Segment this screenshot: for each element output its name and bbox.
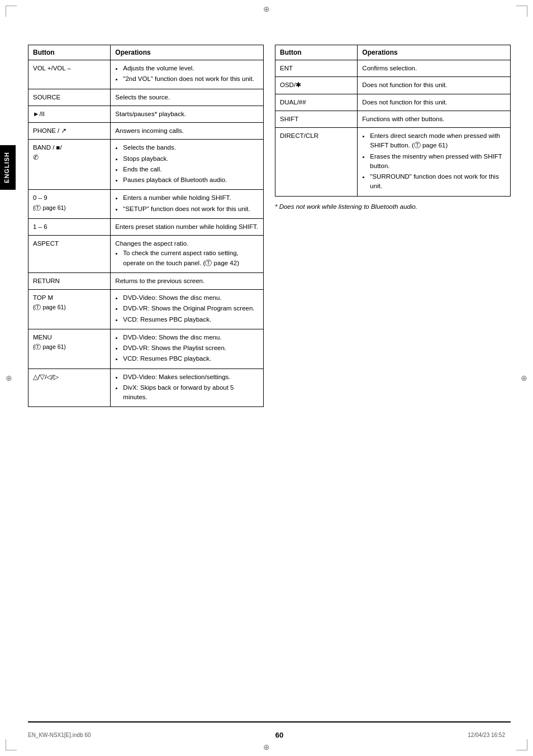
right-header-operations: Operations (358, 45, 511, 60)
ops-cell: Enters preset station number while holdi… (111, 218, 264, 235)
list-item: VCD: Resumes PBC playback. (123, 315, 259, 324)
reg-mark-left: ⊕ (4, 374, 13, 382)
list-item: DVD-Video: Makes selection/settings. (123, 372, 259, 382)
list-item: Adjusts the volume level. (123, 64, 259, 73)
ops-list: Enters direct search mode when pressed w… (362, 131, 506, 192)
button-cell: MENU(Ⓣ page 61) (28, 329, 111, 369)
ops-cell: Adjusts the volume level. "2nd VOL" func… (111, 60, 264, 89)
list-item: Selects the bands. (123, 143, 259, 152)
ops-list: DVD-Video: Makes selection/settings. Div… (115, 372, 259, 403)
ops-cell: Does not function for this unit. (358, 77, 511, 94)
right-table: Button Operations ENT Confirms selection… (275, 45, 511, 197)
list-item: Enters a number while holding SHIFT. (123, 193, 259, 203)
footer-file-info: EN_KW-NSX1[E].indb 60 (28, 732, 91, 738)
button-cell: 0 – 9(Ⓣ page 61) (28, 190, 111, 219)
button-cell: DUAL/## (275, 94, 358, 111)
table-row: MENU(Ⓣ page 61) DVD-Video: Shows the dis… (28, 329, 264, 369)
button-cell: SHIFT (275, 111, 358, 127)
page-ref: (Ⓣ page 61) (33, 304, 66, 310)
ops-cell: DVD-Video: Makes selection/settings. Div… (111, 369, 264, 407)
list-item: DivX: Skips back or forward by about 5 m… (123, 383, 259, 403)
main-content: Button Operations VOL +/VOL – Adjusts th… (28, 45, 511, 711)
table-row: SHIFT Functions with other buttons. (275, 111, 511, 127)
button-cell: ►/II (28, 106, 111, 122)
reg-mark-top: ⊕ (262, 4, 271, 13)
table-row: DUAL/## Does not function for this unit. (275, 94, 511, 111)
table-row: TOP M(Ⓣ page 61) DVD-Video: Shows the di… (28, 290, 264, 329)
table-row: △/▽/◁/▷ DVD-Video: Makes selection/setti… (28, 369, 264, 407)
page-footer: EN_KW-NSX1[E].indb 60 60 12/04/23 16:52 (0, 731, 533, 739)
ops-cell: Does not function for this unit. (358, 94, 511, 111)
button-cell: TOP M(Ⓣ page 61) (28, 290, 111, 329)
button-cell: VOL +/VOL – (28, 60, 111, 89)
list-item: DVD-Video: Shows the disc menu. (123, 333, 259, 342)
left-column: Button Operations VOL +/VOL – Adjusts th… (28, 45, 264, 407)
list-item: DVD-Video: Shows the disc menu. (123, 293, 259, 303)
list-item: Enters direct search mode when pressed w… (370, 131, 506, 151)
corner-mark-br (516, 739, 527, 750)
table-row: VOL +/VOL – Adjusts the volume level. "2… (28, 60, 264, 89)
button-cell: SOURCE (28, 89, 111, 106)
button-cell: ASPECT (28, 236, 111, 273)
table-row: ENT Confirms selection. (275, 60, 511, 77)
table-row: RETURN Returns to the previous screen. (28, 272, 264, 289)
table-row: ASPECT Changes the aspect ratio. To chec… (28, 236, 264, 273)
ops-list: DVD-Video: Shows the disc menu. DVD-VR: … (115, 333, 259, 364)
ops-list: Selects the bands. Stops playback. Ends … (115, 143, 259, 185)
corner-mark-tr (516, 6, 527, 17)
language-tab: ENGLISH (0, 145, 16, 190)
table-row: 0 – 9(Ⓣ page 61) Enters a number while h… (28, 190, 264, 219)
table-row: OSD/✱ Does not function for this unit. (275, 77, 511, 94)
button-cell: ENT (275, 60, 358, 77)
button-cell: △/▽/◁/▷ (28, 369, 111, 407)
ops-list: DVD-Video: Shows the disc menu. DVD-VR: … (115, 293, 259, 324)
corner-mark-bl (6, 739, 17, 750)
button-cell: DIRECT/CLR (275, 128, 358, 197)
table-row: SOURCE Selects the source. (28, 89, 264, 106)
reg-mark-right: ⊕ (520, 374, 529, 382)
list-item: To check the current aspect ratio settin… (123, 248, 259, 268)
button-cell: PHONE / ↗ (28, 123, 111, 140)
ops-cell: Enters direct search mode when pressed w… (358, 128, 511, 197)
left-header-button: Button (28, 45, 111, 60)
table-row: PHONE / ↗ Answers incoming calls. (28, 123, 264, 140)
footer-date-time: 12/04/23 16:52 (468, 732, 505, 738)
table-row: BAND / ■/✆ Selects the bands. Stops play… (28, 140, 264, 190)
table-row: DIRECT/CLR Enters direct search mode whe… (275, 128, 511, 197)
left-header-operations: Operations (111, 45, 264, 60)
right-header-button: Button (275, 45, 358, 60)
list-item: Erases the misentry when pressed with SH… (370, 152, 506, 171)
right-column: Button Operations ENT Confirms selection… (275, 45, 511, 407)
footnote: * Does not work while listening to Bluet… (275, 203, 511, 210)
ops-cell: Selects the source. (111, 89, 264, 106)
button-cell: OSD/✱ (275, 77, 358, 94)
page-number: 60 (91, 731, 468, 739)
ops-cell: Starts/pauses* playback. (111, 106, 264, 122)
list-item: Stops playback. (123, 154, 259, 164)
button-cell: RETURN (28, 272, 111, 289)
list-item: VCD: Resumes PBC playback. (123, 354, 259, 363)
list-item: "2nd VOL" function does not work for thi… (123, 74, 259, 84)
list-item: DVD-VR: Shows the Original Program scree… (123, 304, 259, 313)
ops-cell: Selects the bands. Stops playback. Ends … (111, 140, 264, 190)
table-row: ►/II Starts/pauses* playback. (28, 106, 264, 122)
footer-line (28, 721, 511, 722)
page-ref: (Ⓣ page 61) (33, 204, 66, 211)
ops-cell: Enters a number while holding SHIFT. "SE… (111, 190, 264, 219)
ops-text: Changes the aspect ratio. (115, 240, 188, 247)
left-table: Button Operations VOL +/VOL – Adjusts th… (28, 45, 264, 407)
list-item: Pauses playback of Bluetooth audio. (123, 175, 259, 185)
ops-cell: Confirms selection. (358, 60, 511, 77)
list-item: "SURROUND" function does not work for th… (370, 172, 506, 192)
ops-cell: Changes the aspect ratio. To check the c… (111, 236, 264, 273)
ops-cell: DVD-Video: Shows the disc menu. DVD-VR: … (111, 329, 264, 369)
ops-cell: Functions with other buttons. (358, 111, 511, 127)
ops-list: To check the current aspect ratio settin… (115, 248, 259, 268)
ops-cell: DVD-Video: Shows the disc menu. DVD-VR: … (111, 290, 264, 329)
ops-cell: Answers incoming calls. (111, 123, 264, 140)
ops-list: Adjusts the volume level. "2nd VOL" func… (115, 64, 259, 84)
list-item: Ends the call. (123, 165, 259, 174)
corner-mark-tl (6, 6, 17, 17)
list-item: "SETUP" function does not work for this … (123, 204, 259, 214)
list-item: DVD-VR: Shows the Playlist screen. (123, 343, 259, 353)
